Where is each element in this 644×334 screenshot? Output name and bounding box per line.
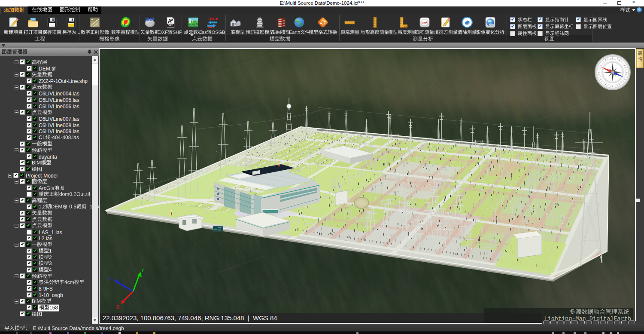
svg-text:A: A — [168, 18, 172, 24]
svg-text:X: X — [115, 303, 120, 310]
svg-text:DXF: DXF — [168, 24, 173, 27]
svg-text:OSGB: OSGB — [208, 17, 218, 21]
svg-text:Z: Z — [108, 275, 112, 282]
svg-text:m²: m² — [422, 20, 428, 25]
svg-text:SHP: SHP — [145, 17, 154, 22]
